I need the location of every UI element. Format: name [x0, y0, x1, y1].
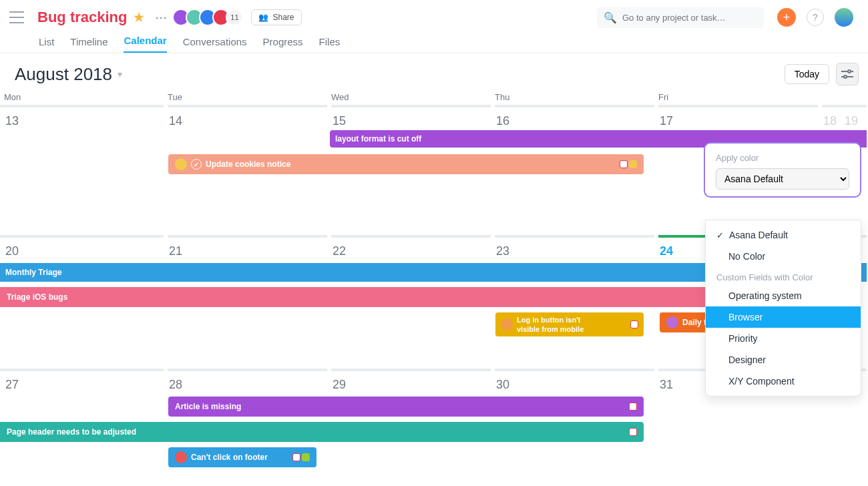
date-label: 14 [169, 114, 322, 128]
month-label: August 2018 [15, 64, 112, 85]
day-of-week-row: Mon Tue Wed Thu Fri [0, 92, 867, 105]
avatar-count: 11 [226, 9, 243, 26]
avatar [175, 158, 187, 170]
tab-conversations[interactable]: Conversations [183, 36, 247, 53]
option-designer[interactable]: Designer [706, 349, 861, 371]
chevron-down-icon[interactable]: ▾ [118, 69, 122, 79]
more-icon[interactable]: ⋯ [155, 10, 167, 25]
date-label: 13 [5, 114, 158, 128]
task-bar[interactable]: Can't click on footer [168, 447, 316, 467]
option-xy-component[interactable]: X/Y Component [706, 371, 861, 392]
task-bar[interactable]: Log in button isn't visible from mobile [495, 312, 644, 336]
today-button[interactable]: Today [785, 64, 829, 84]
star-icon[interactable]: ★ [134, 10, 144, 25]
tab-timeline[interactable]: Timeline [70, 36, 107, 53]
menu-icon[interactable] [9, 11, 24, 23]
avatar [501, 318, 513, 330]
tab-list[interactable]: List [39, 36, 54, 53]
apply-color-label: Apply color [705, 153, 860, 168]
date-label: 1819 [823, 114, 856, 128]
date-label: 23 [496, 244, 649, 258]
svg-point-1 [844, 75, 847, 78]
color-popover: Apply color Asana Default Asana Default … [704, 142, 861, 198]
date-label: 22 [333, 244, 485, 258]
view-settings-button[interactable] [836, 63, 859, 85]
tab-files[interactable]: Files [319, 36, 341, 53]
color-dropdown: Asana Default No Color Custom Fields wit… [705, 220, 861, 397]
option-asana-default[interactable]: Asana Default [706, 224, 861, 246]
sliders-icon [841, 69, 853, 79]
date-label: 28 [169, 378, 322, 392]
date-label: 17 [660, 114, 813, 128]
color-select[interactable]: Asana Default [716, 168, 849, 190]
create-button[interactable]: + [777, 8, 796, 27]
date-label: 29 [333, 378, 485, 392]
project-title: Bug tracking [37, 9, 127, 26]
option-browser[interactable]: Browser [706, 306, 861, 328]
view-tabs: List Timeline Calendar Conversations Pro… [0, 31, 868, 53]
tab-calendar[interactable]: Calendar [124, 35, 166, 53]
option-no-color[interactable]: No Color [706, 246, 861, 267]
share-button[interactable]: 👥 Share [251, 9, 301, 25]
task-bar[interactable]: Triage iOS bugs [0, 287, 808, 307]
people-icon: 👥 [258, 13, 268, 22]
tab-progress[interactable]: Progress [263, 36, 303, 53]
task-bar[interactable]: Article is missing [168, 397, 644, 417]
search-input[interactable] [622, 13, 757, 23]
option-operating-system[interactable]: Operating system [706, 285, 861, 306]
date-label: 15 [333, 114, 485, 128]
date-label: 16 [496, 114, 649, 128]
avatar [175, 451, 187, 463]
global-search[interactable]: 🔍 [597, 7, 764, 28]
search-icon: 🔍 [604, 11, 617, 24]
user-avatar[interactable] [835, 8, 853, 27]
date-label: 20 [5, 244, 158, 258]
date-label: 21 [169, 244, 322, 258]
date-label: 30 [496, 378, 649, 392]
check-icon: ✓ [191, 159, 202, 170]
task-bar[interactable]: ✓ Update cookies notice [168, 154, 644, 174]
help-button[interactable]: ? [807, 9, 824, 26]
svg-point-0 [848, 70, 851, 73]
member-avatars[interactable]: 11 [176, 9, 243, 26]
task-bar[interactable]: Page header needs to be adjusted [0, 422, 644, 442]
option-priority[interactable]: Priority [706, 328, 861, 349]
avatar [666, 316, 678, 328]
group-label: Custom Fields with Color [706, 267, 861, 285]
date-label: 27 [5, 378, 158, 392]
